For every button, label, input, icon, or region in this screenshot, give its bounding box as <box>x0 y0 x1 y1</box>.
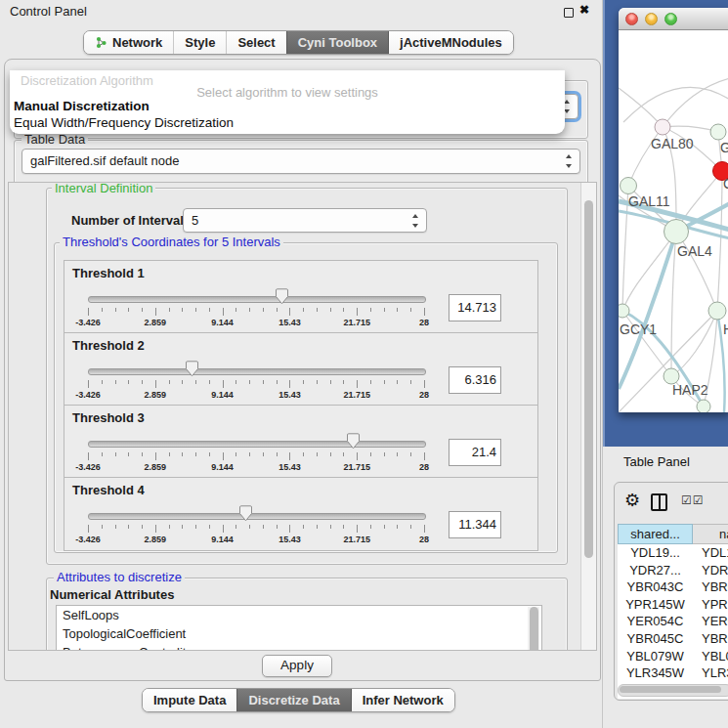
node-gcy1[interactable] <box>619 304 629 318</box>
table-cell[interactable]: YER054C <box>618 613 693 630</box>
slider-track[interactable] <box>88 368 426 375</box>
threshold-label: Threshold 2 <box>72 338 145 353</box>
minimize-traffic-light-icon[interactable] <box>645 13 658 25</box>
close-icon[interactable]: ✖ <box>579 3 589 17</box>
table-cell[interactable]: YPR145W <box>618 596 693 614</box>
columns-icon[interactable] <box>651 493 667 511</box>
svg-text:GCY1: GCY1 <box>620 321 657 337</box>
table-panel-title: Table Panel <box>623 454 690 469</box>
table-cell[interactable]: YPR1 <box>693 596 728 614</box>
gear-icon[interactable]: ⚙ <box>624 490 640 510</box>
table-cell[interactable]: YBR0 <box>693 630 728 648</box>
table-cell[interactable]: YBL079W <box>618 648 693 665</box>
bottom-tab-bar: Impute Data Discretize Data Infer Networ… <box>142 688 455 712</box>
threshold-value-field[interactable]: 21.4 <box>449 439 501 466</box>
tab-cyni-toolbox[interactable]: Cyni Toolbox <box>286 31 388 54</box>
table-cell[interactable]: YBR045C <box>618 630 693 648</box>
list-item[interactable]: TopologicalCoefficient <box>57 624 541 643</box>
table-cell[interactable]: YDR2 <box>693 562 728 579</box>
table-data-label: Table Data <box>21 133 88 146</box>
list-scrollbar[interactable] <box>528 607 539 651</box>
slider-track[interactable] <box>88 296 426 303</box>
node-gal11[interactable] <box>621 178 637 194</box>
slider-thumb[interactable] <box>185 361 199 377</box>
column-header-shared[interactable]: shared... <box>618 524 693 544</box>
apply-button[interactable]: Apply <box>262 655 332 677</box>
tab-discretize-data[interactable]: Discretize Data <box>236 689 350 711</box>
node-partial[interactable] <box>697 400 710 412</box>
slider-track[interactable] <box>88 441 426 448</box>
node-gal4[interactable] <box>664 220 689 244</box>
settings-scrollbar[interactable] <box>580 183 596 650</box>
table-row[interactable]: YER054CYER0 <box>618 613 728 630</box>
threshold-value-field[interactable]: 14.713 <box>449 294 501 321</box>
slider-thumb[interactable] <box>238 505 253 522</box>
table-widget: ⚙ ☑☑ shared... na YDL19...YDL1YDR27...YD… <box>614 482 728 701</box>
svg-text:C: C <box>723 176 728 192</box>
network-window-titlebar[interactable] <box>619 8 728 30</box>
hscrollbar-thumb[interactable] <box>620 686 721 693</box>
tab-select[interactable]: Select <box>226 31 285 54</box>
table-cell[interactable]: YLR345W <box>618 664 693 682</box>
node-gal80[interactable] <box>655 119 670 135</box>
list-item[interactable]: BetweennessCentrality <box>57 643 541 651</box>
numerical-attributes-list: SelfLoops TopologicalCoefficient Between… <box>56 605 542 651</box>
zoom-traffic-light-icon[interactable] <box>664 13 677 25</box>
table-cell[interactable]: YER0 <box>693 613 728 630</box>
table-cell[interactable]: YDL1 <box>693 544 728 562</box>
table-cell[interactable]: YBR043C <box>618 578 693 596</box>
scrollbar-thumb[interactable] <box>584 200 593 558</box>
table-cell[interactable]: YBL0 <box>693 648 728 665</box>
node-ga[interactable] <box>710 124 726 140</box>
close-traffic-light-icon[interactable] <box>625 13 638 25</box>
popup-item-manual-discretization[interactable]: Manual Discretization <box>14 99 150 113</box>
slider-thumb[interactable] <box>346 433 361 450</box>
tab-jactivemnodules[interactable]: jActiveMNodules <box>388 31 513 54</box>
table-row[interactable]: YDR27...YDR2 <box>618 562 728 579</box>
num-intervals-combo[interactable]: 5 <box>183 208 427 233</box>
svg-text:HAP2: HAP2 <box>672 382 708 398</box>
tab-network[interactable]: Network <box>84 31 173 54</box>
table-rows: YDL19...YDL1YDR27...YDR2YBR043CYBR0YPR14… <box>618 544 728 699</box>
threshold-value-field[interactable]: 11.344 <box>449 511 501 538</box>
combo-stepper-icon[interactable] <box>565 154 574 168</box>
table-cell[interactable]: YDL19... <box>618 544 693 562</box>
table-row[interactable]: YLR345WYLR3 <box>618 664 728 682</box>
column-header-name[interactable]: na <box>693 524 728 544</box>
table-cell[interactable]: YDR27... <box>618 562 693 579</box>
network-window: GAL80 GA C GAL11 GAL4 GCY1 H HAP2 <box>619 8 728 412</box>
table-data-combo[interactable]: galFiltered.sif default node <box>21 149 580 174</box>
slider-track[interactable] <box>88 513 426 520</box>
slider-tick-labels: -3.4262.8599.14415.4321.71528 <box>88 390 426 400</box>
slider-thumb[interactable] <box>275 288 289 305</box>
cyni-settings-panel: Discretization Algorithm Select algorith… <box>4 59 601 681</box>
node-h[interactable] <box>708 302 726 320</box>
table-row[interactable]: YPR145WYPR1 <box>618 596 728 614</box>
control-panel: Control Panel ✖ Network Style Select Cyn… <box>0 0 603 728</box>
popup-item-equal-width[interactable]: Equal Width/Frequency Discretization <box>14 115 234 130</box>
table-hscrollbar[interactable] <box>618 684 728 697</box>
threshold-label: Threshold 3 <box>72 410 145 425</box>
table-row[interactable]: YBR043CYBR0 <box>618 578 728 596</box>
tab-impute-data[interactable]: Impute Data <box>143 689 236 711</box>
slider-tick-labels: -3.4262.8599.14415.4321.71528 <box>88 318 426 327</box>
table-row[interactable]: YBR045CYBR0 <box>618 630 728 648</box>
table-row[interactable]: YBL079WYBL0 <box>618 648 728 665</box>
table-cell[interactable]: YBR0 <box>693 578 728 596</box>
svg-text:GA: GA <box>720 140 728 155</box>
network-canvas[interactable]: GAL80 GA C GAL11 GAL4 GCY1 H HAP2 <box>619 29 728 412</box>
select-checkboxes-icon[interactable]: ☑☑ <box>681 493 705 507</box>
table-row[interactable]: YDL19...YDL1 <box>618 544 728 562</box>
float-window-icon[interactable] <box>564 8 574 18</box>
threshold-panel-1: Threshold 1-3.4262.8599.14415.4321.71528… <box>64 260 538 334</box>
top-tab-bar: Network Style Select Cyni Toolbox jActiv… <box>83 30 514 55</box>
threshold-value-field[interactable]: 6.316 <box>449 366 501 394</box>
list-item[interactable]: SelfLoops <box>57 606 541 624</box>
tab-style[interactable]: Style <box>173 31 226 54</box>
combo-stepper-icon[interactable] <box>411 214 420 228</box>
node-table: shared... na YDL19...YDL1YDR27...YDR2YBR… <box>618 524 728 699</box>
svg-text:GAL80: GAL80 <box>651 136 694 151</box>
tab-infer-network[interactable]: Infer Network <box>351 689 454 711</box>
slider-ticks <box>88 452 426 462</box>
table-cell[interactable]: YLR3 <box>693 664 728 682</box>
